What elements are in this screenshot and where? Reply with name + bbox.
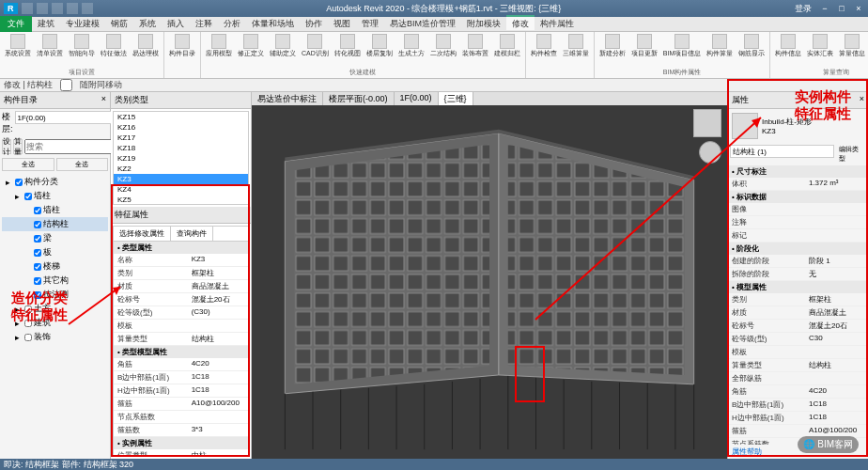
- viewport-tab[interactable]: 易达造价中标注: [252, 92, 323, 105]
- list-item[interactable]: KZ15: [114, 112, 248, 122]
- prop-value[interactable]: C30: [805, 333, 868, 345]
- tab-query[interactable]: 查询构件: [171, 227, 213, 241]
- prop-value[interactable]: [805, 346, 868, 358]
- ribbon-button[interactable]: 特征做法: [99, 33, 129, 68]
- ribbon-button[interactable]: 构件目录: [167, 33, 197, 77]
- list-item[interactable]: KZ5: [114, 195, 248, 205]
- list-item[interactable]: KZ4: [114, 184, 248, 195]
- prop-value[interactable]: 阶段 1: [805, 255, 868, 267]
- ribbon-button[interactable]: 算量信息: [837, 33, 867, 68]
- ribbon-button[interactable]: 生成土方: [396, 33, 426, 68]
- prop-section-header[interactable]: • 类型属性: [114, 242, 248, 254]
- qat-redo-icon[interactable]: [67, 3, 78, 14]
- prop-section-header[interactable]: • 实例属性: [114, 437, 248, 449]
- tree-checkbox[interactable]: [34, 235, 41, 243]
- list-item[interactable]: KZ19: [114, 153, 248, 164]
- ribbon-tab[interactable]: 注释: [190, 17, 218, 30]
- ribbon-tab[interactable]: 修改: [506, 15, 535, 30]
- tree-checkbox[interactable]: [24, 193, 32, 200]
- prop-value[interactable]: 1C18: [805, 399, 868, 411]
- tree-checkbox[interactable]: [34, 221, 41, 228]
- ribbon-button[interactable]: 转化视图: [333, 33, 363, 68]
- tree-item[interactable]: 梁: [2, 231, 108, 245]
- prop-section-header[interactable]: • 尺寸标注: [728, 165, 868, 178]
- prop-value[interactable]: [805, 229, 868, 242]
- ribbon-button[interactable]: 系统设置: [3, 33, 33, 68]
- prop-value[interactable]: 商品混凝土: [805, 306, 868, 319]
- prop-value[interactable]: 4C20: [188, 358, 248, 370]
- panel-close-icon[interactable]: ×: [101, 94, 106, 106]
- ribbon-button[interactable]: 二次结构: [428, 33, 458, 68]
- ribbon-button[interactable]: 辅助定义: [268, 33, 298, 68]
- ribbon-tab[interactable]: 构件属性: [535, 17, 580, 30]
- ribbon-button[interactable]: 建模归栏: [492, 33, 522, 68]
- file-tab[interactable]: 文件: [0, 16, 32, 32]
- prop-value[interactable]: 混凝土20石: [805, 320, 868, 332]
- prop-value[interactable]: [805, 203, 868, 215]
- list-item[interactable]: KZ17: [114, 133, 248, 143]
- ribbon-tab[interactable]: 分析: [218, 17, 246, 30]
- prop-section-header[interactable]: • 标识数据: [728, 191, 868, 203]
- select-all-button[interactable]: 全选: [2, 158, 54, 171]
- tree-item[interactable]: ▸建筑: [2, 316, 108, 330]
- prop-value[interactable]: 框架柱: [188, 267, 248, 279]
- filter-quantity-button[interactable]: 算量: [13, 139, 23, 154]
- ribbon-button[interactable]: 修正定义: [236, 33, 266, 68]
- prop-value[interactable]: 4C20: [805, 385, 868, 398]
- ribbon-tab[interactable]: 易达BIM造价管理: [384, 17, 461, 30]
- qat-print-icon[interactable]: [82, 3, 93, 14]
- category-tree[interactable]: ▸构件分类▸墙柱墙柱结构柱梁板楼梯其它构按法测▸土方▸建筑▸装饰: [0, 173, 110, 459]
- ribbon-button[interactable]: 构件检查: [529, 33, 559, 77]
- ribbon-tab[interactable]: 插入: [162, 17, 190, 30]
- prop-value[interactable]: 混凝土20石: [188, 293, 248, 306]
- prop-value[interactable]: 1C18: [188, 371, 248, 384]
- prop-value[interactable]: 结构柱: [805, 359, 868, 371]
- floor-select[interactable]: [15, 111, 119, 124]
- type-list[interactable]: KZ15KZ16KZ17KZ18KZ19KZ2KZ3KZ4KZ5: [113, 111, 249, 205]
- user-label[interactable]: 登录: [795, 3, 812, 15]
- prop-value[interactable]: KZ3: [188, 254, 248, 266]
- ribbon-tab[interactable]: 附加模块: [461, 17, 506, 30]
- ribbon-tab[interactable]: 管理: [356, 17, 384, 30]
- ribbon-button[interactable]: 实体汇表: [805, 33, 835, 68]
- ribbon-button[interactable]: 钢筋显示: [736, 33, 767, 68]
- prop-value[interactable]: 1C18: [188, 384, 248, 397]
- viewport-tab[interactable]: 1F(0.00): [395, 92, 439, 105]
- list-item[interactable]: KZ18: [114, 143, 248, 153]
- edit-type-button[interactable]: 编辑类型: [836, 145, 866, 164]
- ribbon-button[interactable]: 应用模型: [204, 33, 234, 68]
- tree-checkbox[interactable]: [34, 263, 41, 271]
- viewcube[interactable]: [693, 109, 721, 137]
- ribbon-button[interactable]: 构件算量: [705, 33, 735, 68]
- tree-checkbox[interactable]: [15, 179, 23, 186]
- option-checkbox[interactable]: [60, 79, 72, 91]
- deselect-all-button[interactable]: 全选: [56, 158, 109, 171]
- prop-value[interactable]: [805, 372, 868, 384]
- ribbon-button[interactable]: 装饰布置: [460, 33, 490, 68]
- tree-checkbox[interactable]: [34, 207, 41, 214]
- selection-filter[interactable]: [730, 145, 834, 158]
- ribbon-button[interactable]: BIM项目信息: [661, 33, 703, 68]
- tree-checkbox[interactable]: [34, 291, 41, 299]
- prop-value[interactable]: 框架柱: [805, 293, 868, 306]
- prop-section-header[interactable]: • 阶段化: [728, 243, 868, 255]
- tab-edit-props[interactable]: 选择修改属性: [114, 227, 171, 241]
- ribbon-tab[interactable]: 视图: [328, 17, 356, 30]
- tree-item[interactable]: ▸构件分类: [2, 175, 108, 189]
- tree-checkbox[interactable]: [34, 277, 41, 285]
- ribbon-button[interactable]: 构件信息: [773, 33, 803, 68]
- 3d-viewport[interactable]: 易达造价中标注楼层平面(-0.00)1F(0.00){三维}: [252, 92, 727, 459]
- viewport-tab[interactable]: {三维}: [439, 92, 473, 105]
- tree-item[interactable]: 其它构: [2, 274, 108, 288]
- prop-value[interactable]: (C30): [188, 306, 248, 319]
- tree-item[interactable]: 楼梯: [2, 259, 108, 274]
- prop-value[interactable]: 3*3: [188, 424, 248, 436]
- list-item[interactable]: KZ16: [114, 122, 248, 133]
- ribbon-button[interactable]: CAD识别: [300, 33, 331, 68]
- qat-undo-icon[interactable]: [52, 3, 63, 14]
- ribbon-tab[interactable]: 协作: [300, 17, 328, 30]
- close-icon[interactable]: ×: [853, 4, 864, 13]
- tree-checkbox[interactable]: [24, 306, 32, 313]
- panel-close-icon[interactable]: ×: [860, 94, 864, 106]
- tree-item[interactable]: ▸土方: [2, 302, 108, 316]
